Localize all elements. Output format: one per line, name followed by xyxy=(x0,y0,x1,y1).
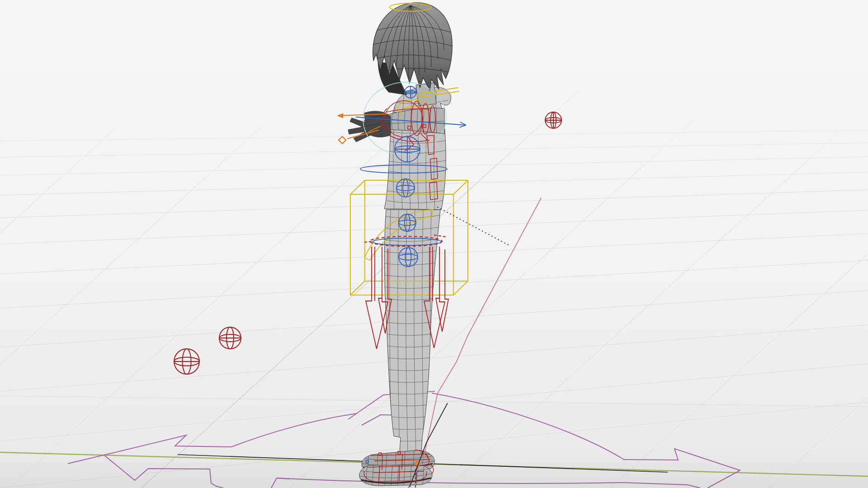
chest-circle[interactable] xyxy=(395,136,420,162)
neck-sphere[interactable] xyxy=(405,86,416,98)
ball-gizmo-upper-right[interactable] xyxy=(545,112,561,128)
viewport-root xyxy=(0,0,868,488)
floor-bottom-shade xyxy=(0,447,868,488)
viewport-canvas[interactable] xyxy=(0,0,868,488)
